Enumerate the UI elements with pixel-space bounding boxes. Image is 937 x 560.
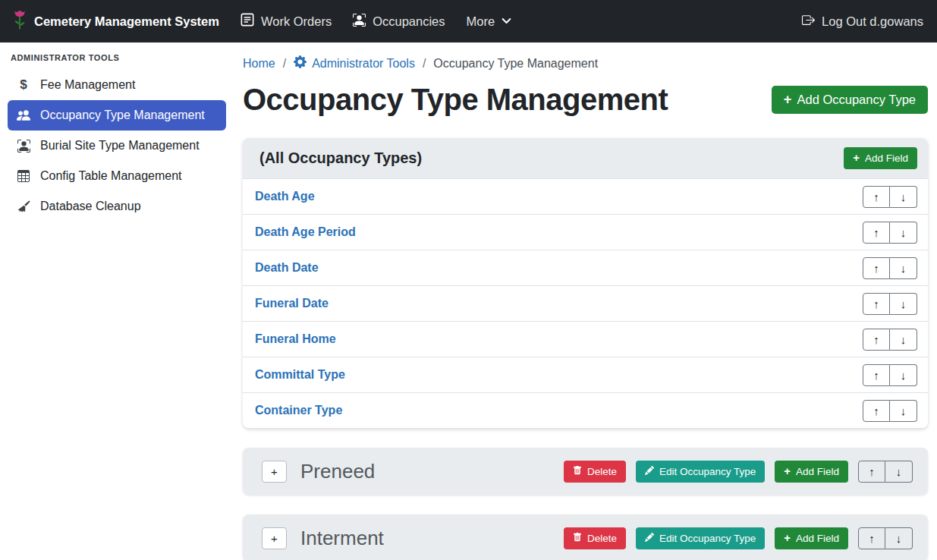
move-up-button[interactable]: ↑ [863, 257, 890, 279]
arrow-up-icon: ↑ [873, 404, 879, 417]
move-down-button[interactable]: ↓ [890, 222, 917, 244]
sidebar-item-config-table-management[interactable]: Config Table Management [8, 161, 226, 191]
field-row: Funeral Home ↑ ↓ [243, 321, 928, 357]
move-up-button[interactable]: ↑ [863, 364, 890, 386]
logout-icon [802, 14, 815, 30]
move-up-button[interactable]: ↑ [863, 329, 890, 351]
section-actions: Delete Edit Occupancy Type + Add Field ↑… [564, 461, 913, 483]
nav-occupancies[interactable]: Occupancies [342, 0, 455, 42]
sidebar-item-database-cleanup[interactable]: Database Cleanup [8, 191, 226, 222]
occupancy-type-section-preneed: + Preneed Delete Edit Occupancy Type + A… [243, 448, 928, 495]
trash-icon [573, 466, 582, 477]
arrow-up-icon: ↑ [873, 226, 879, 239]
breadcrumb-label: Administrator Tools [312, 57, 415, 71]
breadcrumb-separator: / [283, 57, 286, 71]
plus-icon: + [784, 466, 791, 477]
add-field-button[interactable]: + Add Field [775, 461, 848, 483]
arrow-up-icon: ↑ [873, 297, 879, 310]
arrow-down-icon: ↓ [901, 190, 907, 203]
move-down-button[interactable]: ↓ [890, 257, 917, 279]
field-name-link[interactable]: Committal Type [255, 368, 345, 382]
button-label: Delete [587, 466, 617, 477]
move-down-button[interactable]: ↓ [890, 186, 917, 208]
expand-button[interactable]: + [262, 527, 287, 549]
reorder-button-group: ↑ ↓ [858, 461, 913, 483]
move-up-button[interactable]: ↑ [858, 527, 885, 549]
reorder-button-group: ↑ ↓ [863, 293, 917, 315]
add-field-button[interactable]: + Add Field [775, 527, 848, 549]
broom-icon [15, 200, 32, 213]
nav-links: Work Orders Occupancies More [230, 0, 522, 42]
pencil-icon [645, 533, 654, 544]
plus-icon: + [784, 93, 792, 106]
edit-occupancy-type-button[interactable]: Edit Occupancy Type [636, 527, 765, 549]
arrow-up-icon: ↑ [873, 369, 879, 382]
sidebar-item-occupancy-type-management[interactable]: Occupancy Type Management [8, 100, 226, 131]
breadcrumb: Home / Administrator Tools / Occupancy T… [243, 42, 928, 71]
table-icon [15, 170, 32, 182]
add-field-button[interactable]: + Add Field [844, 147, 917, 169]
nav-work-orders[interactable]: Work Orders [230, 0, 342, 42]
main-content: Home / Administrator Tools / Occupancy T… [243, 42, 928, 560]
move-up-button[interactable]: ↑ [863, 186, 890, 208]
add-occupancy-type-button[interactable]: + Add Occupancy Type [772, 86, 928, 114]
breadcrumb-separator: / [423, 57, 426, 71]
delete-button[interactable]: Delete [564, 527, 626, 549]
field-name-link[interactable]: Funeral Date [255, 297, 329, 310]
card-title: (All Occupancy Types) [259, 149, 422, 167]
sidebar-item-label: Fee Management [40, 78, 135, 92]
nav-label: Occupancies [373, 14, 445, 29]
button-label: Delete [587, 533, 617, 544]
field-row: Funeral Date ↑ ↓ [243, 285, 928, 321]
button-label: Edit Occupancy Type [659, 466, 756, 477]
dollar-glyph: $ [20, 77, 27, 93]
card-header: (All Occupancy Types) + Add Field [243, 138, 928, 178]
button-label: Add Occupancy Type [797, 93, 916, 107]
reorder-button-group: ↑ ↓ [863, 222, 917, 244]
sidebar-item-fee-management[interactable]: $ Fee Management [8, 70, 226, 100]
all-occupancy-types-card: (All Occupancy Types) + Add Field Death … [243, 138, 928, 428]
arrow-down-icon: ↓ [901, 404, 907, 417]
expand-button[interactable]: + [262, 461, 287, 483]
reorder-button-group: ↑ ↓ [863, 257, 917, 279]
app-brand[interactable]: Cemetery Management System [12, 10, 219, 33]
plus-icon: + [784, 533, 791, 544]
nav-more[interactable]: More [456, 0, 523, 42]
arrow-down-icon: ↓ [901, 297, 907, 310]
field-name-link[interactable]: Death Age [255, 190, 315, 203]
button-label: Add Field [865, 153, 908, 164]
sidebar-item-label: Database Cleanup [40, 200, 141, 213]
move-down-button[interactable]: ↓ [890, 329, 917, 351]
field-name-link[interactable]: Death Age Period [255, 225, 356, 239]
move-up-button[interactable]: ↑ [863, 222, 890, 244]
arrow-up-icon: ↑ [873, 333, 879, 346]
move-up-button[interactable]: ↑ [863, 293, 890, 315]
field-name-link[interactable]: Container Type [255, 404, 342, 417]
edit-occupancy-type-button[interactable]: Edit Occupancy Type [636, 461, 765, 483]
reorder-button-group: ↑ ↓ [858, 527, 913, 549]
move-up-button[interactable]: ↑ [863, 400, 890, 422]
field-name-link[interactable]: Funeral Home [255, 332, 336, 346]
nav-label: Work Orders [261, 14, 332, 29]
move-up-button[interactable]: ↑ [858, 461, 885, 483]
move-down-button[interactable]: ↓ [885, 527, 913, 549]
move-down-button[interactable]: ↓ [890, 364, 917, 386]
occupancy-type-section-interment: + Interment Delete Edit Occupancy Type +… [243, 514, 928, 560]
logout-link[interactable]: Log Out d.gowans [791, 0, 925, 42]
sidebar-item-label: Burial Site Type Management [40, 139, 200, 153]
field-row: Death Age ↑ ↓ [243, 178, 928, 214]
button-label: Add Field [796, 466, 839, 477]
move-down-button[interactable]: ↓ [890, 293, 917, 315]
sidebar-item-burial-site-type-management[interactable]: Burial Site Type Management [8, 131, 226, 161]
field-name-link[interactable]: Death Date [255, 261, 319, 275]
move-down-button[interactable]: ↓ [890, 400, 917, 422]
delete-button[interactable]: Delete [564, 461, 626, 483]
trash-icon [573, 533, 582, 544]
breadcrumb-admin-tools-link[interactable]: Administrator Tools [294, 55, 415, 71]
move-down-button[interactable]: ↓ [885, 461, 913, 483]
gear-icon [294, 55, 307, 71]
breadcrumb-home-link[interactable]: Home [243, 57, 275, 71]
sidebar-item-label: Occupancy Type Management [40, 109, 205, 122]
occupancies-icon [353, 14, 366, 30]
plus-icon: + [271, 532, 278, 545]
